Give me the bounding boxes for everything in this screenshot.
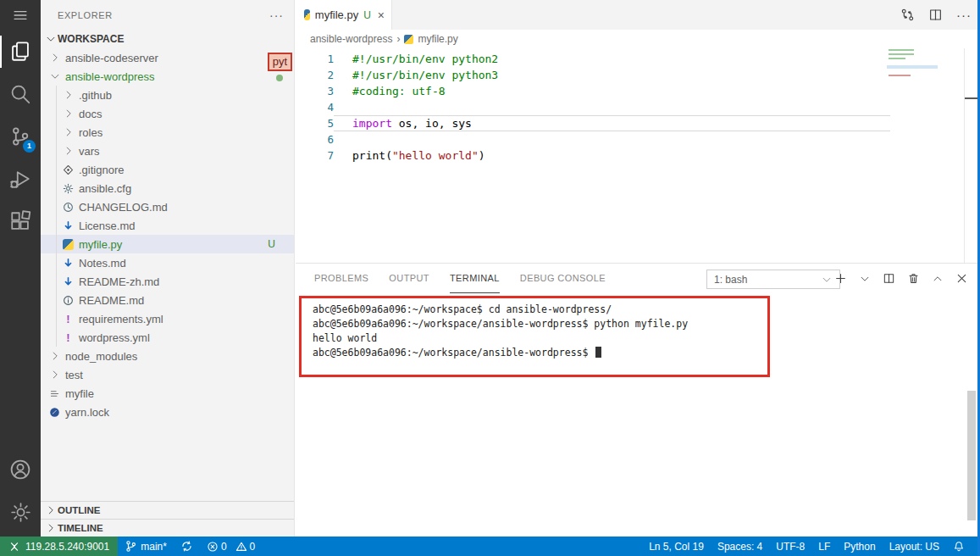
tree-item-yarn-lock[interactable]: yarn.lock — [41, 403, 294, 421]
tree-item-node-modules[interactable]: node_modules — [41, 347, 294, 365]
status-bar: 119.28.5.240:9001 main* 0 0 Ln 5, Col 19… — [0, 537, 980, 556]
workspace-label: WORKSPACE — [58, 33, 124, 45]
code-line-4[interactable]: 4 — [296, 99, 980, 115]
tree-item-myfile-py[interactable]: myfile.pyU — [41, 235, 294, 253]
activity-item-settings[interactable] — [0, 491, 41, 533]
warning-icon — [235, 541, 247, 553]
remote-indicator[interactable]: 119.28.5.240:9001 — [0, 537, 118, 556]
panel-tab-debug-console[interactable]: DEBUG CONSOLE — [520, 264, 606, 293]
terminal-selector-dropdown[interactable]: 1: bash — [706, 270, 840, 289]
code-text: print("hello world") — [334, 149, 485, 162]
line-number: 3 — [296, 85, 334, 97]
status-utf-8[interactable]: UTF-8 — [769, 537, 811, 556]
tree-item-label: docs — [79, 108, 102, 120]
section-outline[interactable]: OUTLINE — [41, 501, 294, 519]
workspace-section-header[interactable]: WORKSPACE — [41, 30, 294, 48]
panel-tab-terminal[interactable]: TERMINAL — [450, 264, 500, 293]
menu-icon[interactable] — [0, 0, 41, 31]
activity-item-run-debug[interactable] — [0, 158, 41, 200]
open-changes-icon[interactable] — [900, 8, 915, 22]
sync-button[interactable] — [174, 537, 200, 556]
source-control-badge: 1 — [23, 140, 36, 153]
status-python[interactable]: Python — [837, 537, 882, 556]
line-number: 1 — [296, 53, 334, 65]
select-terminal-chevron-icon[interactable] — [859, 273, 871, 285]
bell-icon[interactable] — [946, 537, 972, 556]
line-number: 5 — [296, 117, 334, 130]
code-text: #!/usr/bin/env python2 — [334, 53, 498, 65]
code-line-5[interactable]: 5import os, io, sys — [296, 115, 980, 131]
minimap[interactable] — [889, 49, 938, 117]
tree-item-label: ansible-codeserver — [65, 52, 158, 64]
tree-item-ansible-wordpress[interactable]: ansible-wordpress — [41, 67, 294, 86]
panel-tab-output[interactable]: OUTPUT — [389, 264, 429, 293]
tree-item-notes-md[interactable]: Notes.md — [41, 253, 294, 272]
tree-item-wordpress-yml[interactable]: !wordpress.yml — [41, 328, 294, 347]
markdown-down-icon — [61, 258, 75, 269]
tree-item-vars[interactable]: vars — [41, 142, 294, 160]
code-line-6[interactable]: 6 — [296, 131, 980, 147]
split-editor-icon[interactable] — [928, 8, 943, 22]
activity-item-search[interactable] — [0, 73, 41, 115]
explorer-title: EXPLORER — [58, 10, 113, 20]
tree-item-requirements-yml[interactable]: !requirements.yml — [41, 309, 294, 328]
tree-item-roles[interactable]: roles — [41, 123, 294, 142]
breadcrumb-file[interactable]: myfile.py — [418, 33, 457, 45]
error-count: 0 — [221, 541, 227, 553]
status-layout-us[interactable]: Layout: US — [883, 537, 946, 556]
activity-item-explorer[interactable] — [0, 31, 41, 73]
terminal-output[interactable]: abc@5e6b09a6a096:~/workspace$ cd ansible… — [313, 303, 688, 360]
tree-item-readme-zh-md[interactable]: README-zh.md — [41, 272, 294, 291]
git-branch-icon — [125, 540, 137, 553]
problems-status[interactable]: 0 0 — [200, 537, 262, 556]
editor-tab-bar: myfile.py U × — [296, 0, 980, 30]
close-tab-icon[interactable]: × — [378, 8, 385, 22]
code-line-7[interactable]: 7print("hello world") — [296, 147, 980, 164]
close-panel-icon[interactable] — [955, 272, 968, 285]
tree-item-ansible-cfg[interactable]: ansible.cfg — [41, 179, 294, 197]
code-line-3[interactable]: 3#coding: utf-8 — [296, 83, 980, 99]
tree-item--github[interactable]: .github — [41, 86, 294, 104]
tree-item-myfile[interactable]: myfile — [41, 384, 294, 403]
yarn-icon — [47, 407, 62, 418]
tree-item-label: README.md — [79, 294, 144, 307]
tree-item--gitignore[interactable]: .gitignore — [41, 160, 294, 179]
exclaim-icon: ! — [61, 331, 75, 344]
code-line-1[interactable]: 1#!/usr/bin/env python2 — [296, 51, 980, 67]
tree-item-test[interactable]: test — [41, 365, 294, 384]
tree-item-label: node_modules — [65, 350, 137, 363]
kill-terminal-icon[interactable] — [907, 272, 920, 285]
activity-item-extensions[interactable] — [0, 200, 41, 242]
explorer-more-actions-icon[interactable]: ··· — [269, 8, 284, 22]
more-actions-icon[interactable]: ··· — [956, 11, 972, 19]
status-lf[interactable]: LF — [811, 537, 837, 556]
status-ln-5-col-19[interactable]: Ln 5, Col 19 — [642, 537, 711, 556]
new-terminal-icon[interactable] — [834, 272, 847, 285]
git-branch-status[interactable]: main* — [118, 537, 174, 556]
tab-title: myfile.py — [315, 8, 358, 21]
code-line-2[interactable]: 2#!/usr/bin/env python3 — [296, 67, 980, 83]
activity-bar: 1 — [0, 0, 41, 537]
tree-item-license-md[interactable]: License.md — [41, 216, 294, 235]
tree-item-ansible-codeserver[interactable]: ansible-codeserver — [41, 48, 294, 67]
editor-actions: ··· — [900, 0, 972, 30]
breadcrumb-folder[interactable]: ansible-wordpress — [310, 33, 392, 45]
git-branch-label: main* — [141, 541, 167, 553]
split-terminal-icon[interactable] — [883, 272, 895, 285]
code-editor[interactable]: 1#!/usr/bin/env python22#!/usr/bin/env p… — [296, 48, 980, 263]
line-number: 4 — [296, 101, 334, 114]
tab-myfile-py[interactable]: myfile.py U × — [296, 0, 392, 30]
activity-item-source-control[interactable]: 1 — [0, 115, 41, 158]
maximize-panel-icon[interactable] — [932, 273, 944, 285]
tree-item-label: .gitignore — [79, 164, 124, 176]
terminal-scrollbar[interactable] — [967, 391, 976, 520]
section-timeline[interactable]: TIMELINE — [41, 519, 294, 537]
status-spaces-4[interactable]: Spaces: 4 — [711, 537, 769, 556]
tree-item-docs[interactable]: docs — [41, 104, 294, 123]
remote-icon — [8, 541, 20, 553]
python-icon — [61, 239, 75, 250]
panel-tab-problems[interactable]: PROBLEMS — [314, 264, 368, 293]
tree-item-changelog-md[interactable]: CHANGELOG.md — [41, 197, 294, 216]
activity-item-account[interactable] — [0, 448, 41, 491]
tree-item-readme-md[interactable]: README.md — [41, 291, 294, 309]
